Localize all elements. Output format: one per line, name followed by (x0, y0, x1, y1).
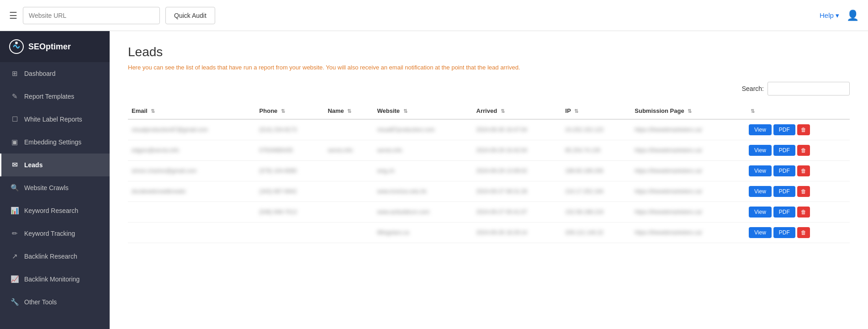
user-icon[interactable]: 👤 (847, 10, 859, 21)
arrived-sort-icon: ⇅ (501, 108, 505, 114)
quick-audit-button[interactable]: Quick Audit (165, 7, 215, 24)
cell-submission_page: https://thewebmarketers.ca/ (631, 202, 745, 223)
table-row: liftingstars.ca2024-09-26 18:29:14209.12… (128, 223, 850, 243)
sidebar-item-backlink-monitoring[interactable]: 📈 Backlink Monitoring (0, 268, 110, 291)
cell-submission_page: https://thewebmarketers.ca/ (631, 181, 745, 202)
email-sort-icon: ⇅ (151, 108, 155, 114)
delete-button[interactable]: 🗑 (797, 227, 810, 238)
pdf-button[interactable]: PDF (773, 207, 795, 218)
cell-actions: ViewPDF🗑 (745, 161, 850, 181)
cell-submission_page: https://thewebmarketers.ca/ (631, 119, 745, 140)
cell-website: visual87production.com (373, 119, 472, 140)
cell-arrived: 2024-09-27 08:31:28 (473, 181, 562, 202)
topbar-left: ☰ Quick Audit (9, 7, 215, 24)
view-button[interactable]: View (749, 124, 772, 135)
sidebar: SEOptimer ⊞ Dashboard ✎ Report Templates… (0, 31, 110, 329)
cell-email (128, 202, 256, 223)
view-button[interactable]: View (749, 227, 772, 238)
leads-table: Email ⇅ Phone ⇅ Name ⇅ Website ⇅ Arrived… (128, 103, 850, 243)
cell-website: www.invictus.edu.hk (373, 181, 472, 202)
help-link[interactable]: Help ▾ (820, 11, 839, 20)
embedding-icon: ▣ (11, 138, 19, 146)
cell-name (324, 181, 373, 202)
cell-website: wng.ch (373, 161, 472, 181)
delete-button[interactable]: 🗑 (797, 165, 810, 176)
col-submission-page[interactable]: Submission Page ⇅ (631, 103, 745, 119)
cell-ip: 188.60.189.200 (561, 161, 631, 181)
cell-email: dscdewebrowdbrowdv (128, 181, 256, 202)
logo-text: SEOptimer (28, 42, 71, 52)
cell-name (324, 161, 373, 181)
col-website[interactable]: Website ⇅ (373, 103, 472, 119)
cell-ip: 210.17.252.164 (561, 181, 631, 202)
table-container: Email ⇅ Phone ⇅ Name ⇅ Website ⇅ Arrived… (128, 103, 850, 243)
view-button[interactable]: View (749, 165, 772, 176)
cell-actions: ViewPDF🗑 (745, 181, 850, 202)
cell-email: simon.charton@gmail.com (128, 161, 256, 181)
pdf-button[interactable]: PDF (773, 124, 795, 135)
submission-sort-icon: ⇅ (688, 108, 692, 114)
delete-button[interactable]: 🗑 (797, 145, 810, 156)
sidebar-item-website-crawls[interactable]: 🔍 Website Crawls (0, 176, 110, 199)
cell-actions: ViewPDF🗑 (745, 202, 850, 223)
sidebar-item-label: Report Templates (24, 93, 74, 100)
pdf-button[interactable]: PDF (773, 165, 795, 176)
sidebar-item-backlink-research[interactable]: ↗ Backlink Research (0, 245, 110, 268)
col-email[interactable]: Email ⇅ (128, 103, 256, 119)
delete-button[interactable]: 🗑 (797, 124, 810, 135)
website-sort-icon: ⇅ (403, 108, 408, 114)
cell-arrived: 2024-09-30 16:47:04 (473, 119, 562, 140)
table-row: dscdewebrowdbrowdv(343) 687-6942www.invi… (128, 181, 850, 202)
sidebar-item-keyword-research[interactable]: 📊 Keyword Research (0, 199, 110, 222)
cell-phone: (579) 104-6080 (256, 161, 324, 181)
table-row: simon.charton@gmail.com(579) 104-6080wng… (128, 161, 850, 181)
website-crawls-icon: 🔍 (11, 184, 19, 192)
sidebar-item-label: Backlink Research (24, 253, 77, 260)
col-actions: ⇅ (745, 103, 850, 119)
topbar: ☰ Quick Audit Help ▾ 👤 (0, 0, 868, 31)
view-button[interactable]: View (749, 186, 772, 197)
sidebar-item-keyword-tracking[interactable]: ✏ Keyword Tracking (0, 222, 110, 245)
cell-arrived: 2024-09-29 16:42:04 (473, 140, 562, 161)
pdf-button[interactable]: PDF (773, 227, 795, 238)
sidebar-item-label: Dashboard (24, 70, 56, 77)
sidebar-item-embedding-settings[interactable]: ▣ Embedding Settings (0, 131, 110, 154)
col-name[interactable]: Name ⇅ (324, 103, 373, 119)
sidebar-item-label: White Label Reports (24, 116, 82, 123)
sidebar-logo: SEOptimer (0, 31, 110, 62)
cell-phone: (514) 234-8173 (256, 119, 324, 140)
col-phone[interactable]: Phone ⇅ (256, 103, 324, 119)
hamburger-icon[interactable]: ☰ (9, 10, 17, 21)
url-input[interactable] (23, 7, 160, 24)
sidebar-item-leads[interactable]: ✉ Leads (0, 154, 110, 176)
view-button[interactable]: View (749, 145, 772, 156)
cell-arrived: 2024-09-26 18:29:14 (473, 223, 562, 243)
sidebar-item-dashboard[interactable]: ⊞ Dashboard (0, 62, 110, 85)
cell-name (324, 223, 373, 243)
view-button[interactable]: View (749, 207, 772, 218)
col-ip[interactable]: IP ⇅ (561, 103, 631, 119)
sidebar-item-label: Website Crawls (24, 184, 69, 191)
page-title: Leads (128, 45, 850, 59)
cell-name (324, 202, 373, 223)
search-input[interactable] (767, 82, 850, 96)
other-tools-icon: 🔧 (11, 298, 19, 306)
col-arrived[interactable]: Arrived ⇅ (473, 103, 562, 119)
sidebar-item-white-label-reports[interactable]: ☐ White Label Reports (0, 108, 110, 131)
cell-phone: (343) 687-6942 (256, 181, 324, 202)
delete-button[interactable]: 🗑 (797, 207, 810, 218)
sidebar-item-label: Other Tools (24, 298, 57, 306)
topbar-right: Help ▾ 👤 (820, 10, 859, 21)
white-label-icon: ☐ (11, 115, 19, 123)
cell-actions: ViewPDF🗑 (745, 223, 850, 243)
cell-arrived: 2024-09-27 05:41:07 (473, 202, 562, 223)
delete-button[interactable]: 🗑 (797, 186, 810, 197)
sidebar-item-report-templates[interactable]: ✎ Report Templates (0, 85, 110, 108)
sidebar-item-other-tools[interactable]: 🔧 Other Tools (0, 291, 110, 313)
table-header-row: Email ⇅ Phone ⇅ Name ⇅ Website ⇅ Arrived… (128, 103, 850, 119)
pdf-button[interactable]: PDF (773, 145, 795, 156)
pdf-button[interactable]: PDF (773, 186, 795, 197)
actions-sort-icon: ⇅ (751, 108, 755, 114)
sidebar-item-label: Leads (24, 161, 42, 169)
cell-arrived: 2024-09-29 13:08:02 (473, 161, 562, 181)
